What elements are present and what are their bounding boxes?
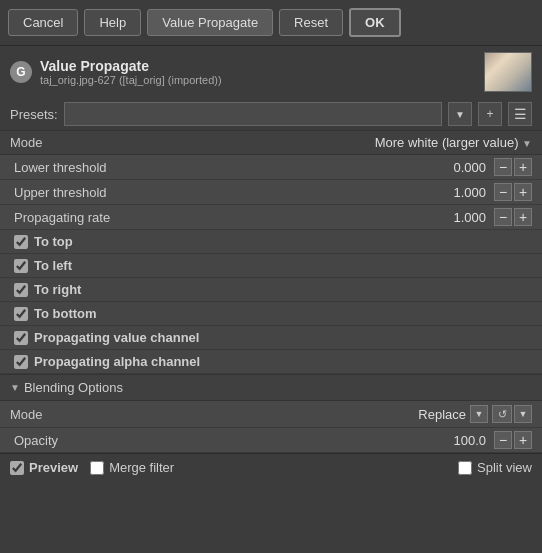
opacity-increment-button[interactable]: + — [514, 431, 532, 449]
option-checkbox[interactable] — [14, 235, 28, 249]
option-label: Propagating value channel — [34, 330, 199, 345]
blend-mode-label: Mode — [10, 407, 418, 422]
reset-button[interactable]: Reset — [279, 9, 343, 36]
split-view-check-group: Split view — [458, 460, 532, 475]
ok-button[interactable]: OK — [349, 8, 401, 37]
merge-filter-checkbox[interactable] — [90, 461, 104, 475]
blend-mode-value: Replace — [418, 407, 466, 422]
preview-label: Preview — [29, 460, 78, 475]
option-checkbox[interactable] — [14, 259, 28, 273]
split-view-checkbox[interactable] — [458, 461, 472, 475]
option-label: To bottom — [34, 306, 97, 321]
blend-more-button[interactable]: ▼ — [514, 405, 532, 423]
checkbox-row: To bottom — [0, 302, 542, 326]
plugin-header: G Value Propagate taj_orig.jpg-627 ([taj… — [0, 46, 542, 98]
param-value: 1.000 — [446, 185, 486, 200]
header-title: Value Propagate — [40, 58, 476, 74]
plugin-icon: G — [10, 61, 32, 83]
mode-value-text: More white (larger value) — [375, 135, 519, 150]
mode-label: Mode — [10, 135, 90, 150]
option-label: To left — [34, 258, 72, 273]
param-increment-button[interactable]: + — [514, 158, 532, 176]
param-label: Lower threshold — [14, 160, 446, 175]
bottom-bar: Preview Merge filter Split view — [0, 453, 542, 481]
option-checkbox[interactable] — [14, 307, 28, 321]
checkbox-rows: To top To left To right To bottom Propag… — [0, 230, 542, 374]
checkbox-row: To right — [0, 278, 542, 302]
blend-mode-row: Mode Replace ▼ ↺ ▼ — [0, 401, 542, 428]
param-value: 1.000 — [446, 210, 486, 225]
presets-dropdown-button[interactable]: ▼ — [448, 102, 472, 126]
checkbox-row: Propagating alpha channel — [0, 350, 542, 374]
icon-letter: G — [16, 65, 25, 79]
thumbnail-image — [485, 53, 531, 91]
split-view-label: Split view — [477, 460, 532, 475]
section-collapse-icon: ▼ — [10, 382, 20, 393]
blend-mode-dropdown-button[interactable]: ▼ — [470, 405, 488, 423]
param-increment-button[interactable]: + — [514, 208, 532, 226]
blend-reset-button[interactable]: ↺ — [492, 405, 512, 423]
toolbar: Cancel Help Value Propagate Reset OK — [0, 0, 542, 46]
opacity-decrement-button[interactable]: − — [494, 431, 512, 449]
param-row: Upper threshold 1.000 − + — [0, 180, 542, 205]
checkbox-row: To left — [0, 254, 542, 278]
param-label: Upper threshold — [14, 185, 446, 200]
opacity-label: Opacity — [14, 433, 446, 448]
merge-filter-label: Merge filter — [109, 460, 174, 475]
param-decrement-button[interactable]: − — [494, 183, 512, 201]
option-checkbox[interactable] — [14, 331, 28, 345]
param-row: Propagating rate 1.000 − + — [0, 205, 542, 230]
param-decrement-button[interactable]: − — [494, 208, 512, 226]
mode-row: Mode More white (larger value) ▼ — [0, 130, 542, 155]
mode-dropdown-arrow[interactable]: ▼ — [522, 138, 532, 149]
preview-check-group: Preview — [10, 460, 78, 475]
presets-menu-button[interactable]: ☰ — [508, 102, 532, 126]
thumbnail — [484, 52, 532, 92]
param-value: 0.000 — [446, 160, 486, 175]
checkbox-row: Propagating value channel — [0, 326, 542, 350]
option-checkbox[interactable] — [14, 355, 28, 369]
blending-options-header[interactable]: ▼ Blending Options — [0, 374, 542, 401]
presets-select[interactable] — [64, 102, 442, 126]
presets-save-button[interactable]: + — [478, 102, 502, 126]
header-subtitle: taj_orig.jpg-627 ([taj_orig] (imported)) — [40, 74, 476, 86]
value-propagate-button[interactable]: Value Propagate — [147, 9, 273, 36]
opacity-value: 100.0 — [446, 433, 486, 448]
merge-filter-check-group: Merge filter — [90, 460, 174, 475]
presets-label: Presets: — [10, 107, 58, 122]
blending-options-title: Blending Options — [24, 380, 123, 395]
option-label: To top — [34, 234, 73, 249]
mode-value: More white (larger value) ▼ — [90, 135, 532, 150]
option-label: Propagating alpha channel — [34, 354, 200, 369]
param-row: Lower threshold 0.000 − + — [0, 155, 542, 180]
option-checkbox[interactable] — [14, 283, 28, 297]
header-text: Value Propagate taj_orig.jpg-627 ([taj_o… — [40, 58, 476, 86]
preview-checkbox[interactable] — [10, 461, 24, 475]
cancel-button[interactable]: Cancel — [8, 9, 78, 36]
param-decrement-button[interactable]: − — [494, 158, 512, 176]
param-label: Propagating rate — [14, 210, 446, 225]
help-button[interactable]: Help — [84, 9, 141, 36]
option-label: To right — [34, 282, 81, 297]
param-increment-button[interactable]: + — [514, 183, 532, 201]
opacity-row: Opacity 100.0 − + — [0, 428, 542, 453]
checkbox-row: To top — [0, 230, 542, 254]
presets-row: Presets: ▼ + ☰ — [0, 98, 542, 130]
blend-mode-select: Replace ▼ ↺ ▼ — [418, 405, 532, 423]
param-rows: Lower threshold 0.000 − + Upper threshol… — [0, 155, 542, 230]
